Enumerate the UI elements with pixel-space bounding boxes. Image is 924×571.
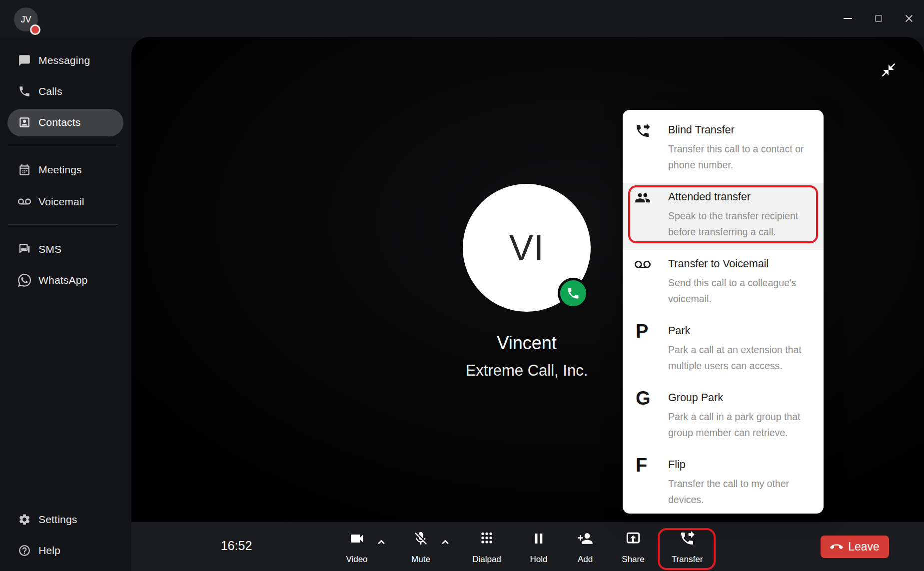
minimize-icon (844, 18, 852, 19)
mic-off-icon (413, 531, 429, 547)
share-screen-icon (625, 531, 641, 547)
chevron-up-icon (440, 537, 450, 547)
sidebar-item-label: Contacts (38, 116, 80, 128)
gear-icon (18, 513, 31, 526)
sidebar-item-calls[interactable]: Calls (0, 78, 131, 105)
dialpad-icon (479, 531, 495, 547)
app-window: JV Messaging Calls Contacts (0, 0, 924, 571)
mute-options-chevron[interactable] (440, 537, 450, 546)
toolbar-button-label: Add (563, 555, 608, 565)
voicemail-icon (18, 195, 31, 208)
contact-card-icon (18, 116, 31, 129)
sidebar-item-label: SMS (38, 243, 61, 255)
transfer-button[interactable]: Transfer (665, 527, 710, 569)
transfer-menu: Blind Transfer Transfer this call to a c… (623, 110, 824, 514)
toolbar-button-label: Dialpad (464, 555, 509, 565)
menu-item-blind-transfer[interactable]: Blind Transfer Transfer this call to a c… (623, 116, 824, 183)
sidebar-item-label: Help (38, 545, 60, 557)
toolbar-button-label: Share (611, 555, 656, 565)
menu-item-title: Group Park (668, 392, 723, 404)
menu-item-description: Speak to the transfer recipient before t… (668, 208, 818, 240)
phone-forward-icon (679, 531, 695, 547)
window-minimize-button[interactable] (836, 0, 859, 37)
videocam-icon (349, 531, 365, 547)
call-toolbar: 16:52 Video Mute Dialpad (131, 522, 924, 571)
active-call-badge (558, 278, 589, 309)
menu-item-flip[interactable]: F Flip Transfer the call to my other dev… (623, 451, 824, 518)
mute-button[interactable]: Mute (398, 527, 443, 569)
call-panel: VI Vincent Extreme Call, Inc. Blind Tran… (131, 37, 924, 522)
voicemail-icon (635, 257, 655, 277)
sidebar-item-whatsapp[interactable]: WhatsApp (0, 267, 131, 294)
sidebar-item-sms[interactable]: SMS (0, 236, 131, 263)
window-maximize-button[interactable] (867, 0, 890, 37)
add-participant-button[interactable]: Add (563, 527, 608, 569)
phone-forward-icon (635, 123, 655, 143)
dialpad-button[interactable]: Dialpad (464, 527, 509, 569)
call-end-icon (830, 541, 843, 554)
collapse-view-button[interactable] (881, 62, 897, 78)
people-icon (635, 190, 655, 210)
sidebar-item-contacts[interactable]: Contacts (0, 109, 131, 136)
menu-item-title: Blind Transfer (668, 124, 735, 136)
sidebar-divider (8, 146, 118, 146)
sidebar-item-settings[interactable]: Settings (0, 506, 131, 533)
maximize-icon (875, 15, 882, 22)
leave-button-label: Leave (848, 540, 880, 554)
menu-item-description: Park a call at an extension that multipl… (668, 342, 818, 374)
help-icon (18, 544, 31, 557)
phone-icon (18, 85, 31, 98)
toolbar-button-label: Video (334, 555, 379, 565)
window-close-button[interactable] (898, 0, 921, 37)
menu-item-description: Transfer this call to a contact or phone… (668, 141, 818, 173)
sidebar-item-messaging[interactable]: Messaging (0, 47, 131, 74)
person-add-icon (577, 531, 593, 547)
letter-f-icon: F (636, 455, 656, 476)
sidebar-item-label: Settings (38, 514, 77, 526)
leave-button[interactable]: Leave (821, 536, 889, 558)
call-timer: 16:52 (206, 539, 266, 553)
whatsapp-icon (18, 274, 31, 287)
toolbar-button-label: Transfer (665, 555, 710, 565)
menu-item-title: Attended transfer (668, 191, 751, 203)
close-icon (904, 13, 915, 24)
menu-item-title: Transfer to Voicemail (668, 258, 769, 270)
title-bar (0, 0, 924, 37)
chevron-up-icon (376, 537, 386, 547)
sidebar-item-label: Voicemail (38, 196, 84, 208)
letter-p-icon: P (636, 321, 656, 342)
menu-item-description: Send this call to a colleague's voicemai… (668, 275, 818, 307)
collapse-arrows-icon (881, 62, 897, 78)
sms-chat-icon (18, 243, 31, 256)
sidebar-item-label: Calls (38, 85, 62, 97)
menu-item-attended-transfer[interactable]: Attended transfer Speak to the transfer … (623, 183, 824, 250)
video-button[interactable]: Video (334, 527, 379, 569)
sidebar-item-meetings[interactable]: Meetings (0, 156, 131, 183)
sidebar-item-label: Meetings (38, 164, 82, 176)
chat-bubble-icon (18, 54, 31, 67)
sidebar-item-help[interactable]: Help (0, 537, 131, 564)
menu-item-group-park[interactable]: G Group Park Park a call in a park group… (623, 384, 824, 451)
sidebar-item-voicemail[interactable]: Voicemail (0, 188, 131, 215)
presence-busy-dot (30, 24, 40, 35)
sidebar: JV Messaging Calls Contacts (0, 0, 131, 571)
menu-item-title: Park (668, 325, 690, 337)
menu-item-description: Park a call in a park group that group m… (668, 409, 818, 441)
menu-item-park[interactable]: P Park Park a call at an extension that … (623, 317, 824, 384)
letter-g-icon: G (636, 388, 656, 409)
toolbar-button-label: Hold (516, 555, 561, 565)
pause-icon (531, 531, 547, 547)
sidebar-divider (8, 224, 118, 225)
menu-item-title: Flip (668, 459, 686, 471)
menu-item-description: Transfer the call to my other devices. (668, 476, 818, 508)
sidebar-item-label: WhatsApp (38, 274, 87, 286)
toolbar-button-label: Mute (398, 555, 443, 565)
share-screen-button[interactable]: Share (611, 527, 656, 569)
sidebar-item-label: Messaging (38, 54, 90, 66)
phone-icon (566, 286, 580, 300)
calendar-icon (18, 163, 31, 176)
menu-item-transfer-to-voicemail[interactable]: Transfer to Voicemail Send this call to … (623, 250, 824, 317)
hold-button[interactable]: Hold (516, 527, 561, 569)
video-options-chevron[interactable] (376, 537, 386, 546)
